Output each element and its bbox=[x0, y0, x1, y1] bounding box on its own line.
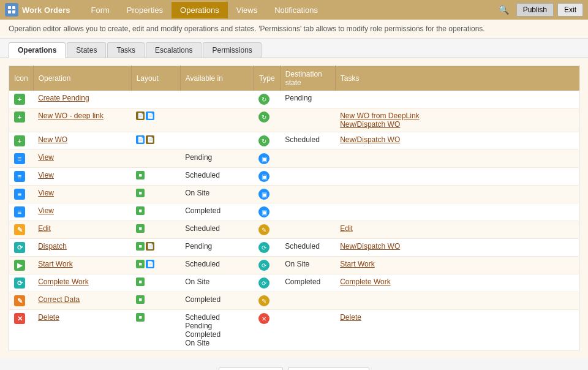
nav-form[interactable]: Form bbox=[83, 2, 118, 18]
cell-operation[interactable]: View bbox=[33, 186, 131, 203]
cell-layout: ■ bbox=[131, 203, 180, 221]
tab-permissions[interactable]: Permissions bbox=[203, 42, 261, 58]
nav-views[interactable]: Views bbox=[228, 2, 266, 18]
layout-icon: ■ bbox=[136, 295, 145, 304]
cell-operation[interactable]: New WO bbox=[33, 132, 131, 150]
operation-link[interactable]: Dispatch bbox=[38, 242, 67, 251]
operation-link[interactable]: Start Work bbox=[38, 260, 72, 268]
cell-destination: On Site bbox=[280, 257, 335, 274]
table-row: ≡View■Completed▣ bbox=[9, 203, 579, 221]
cell-destination bbox=[280, 150, 335, 168]
cell-tasks: Complete Work bbox=[335, 274, 579, 292]
blue-doc-icon: ≡ bbox=[14, 171, 25, 182]
reorder-operations-button[interactable]: Reorder operations bbox=[288, 367, 369, 370]
cell-type: ▣ bbox=[254, 150, 280, 168]
task-link[interactable]: Start Work bbox=[340, 260, 574, 268]
cell-operation[interactable]: Delete bbox=[33, 310, 131, 351]
tab-tasks[interactable]: Tasks bbox=[107, 42, 145, 58]
task-link[interactable]: Delete bbox=[340, 313, 574, 322]
cell-icon: ▶ bbox=[9, 257, 34, 274]
cell-destination: Scheduled bbox=[280, 132, 335, 150]
cell-icon: ✎ bbox=[9, 292, 34, 310]
cell-icon: ≡ bbox=[9, 150, 34, 168]
cell-type: ↻ bbox=[254, 132, 280, 150]
operation-link[interactable]: Correct Data bbox=[38, 295, 80, 304]
orange-edit-icon: ✎ bbox=[14, 224, 25, 235]
type-icon: ▣ bbox=[258, 171, 270, 182]
nav-properties[interactable]: Properties bbox=[118, 2, 172, 18]
exit-button[interactable]: Exit bbox=[557, 3, 583, 17]
orange-correct-icon: ✎ bbox=[14, 295, 25, 306]
logo-icon bbox=[5, 3, 18, 17]
type-icon: ✎ bbox=[258, 224, 270, 235]
search-button[interactable]: 🔍 bbox=[495, 4, 513, 16]
cell-operation[interactable]: View bbox=[33, 150, 131, 168]
task-link[interactable]: New WO from DeepLink bbox=[340, 111, 574, 120]
operation-link[interactable]: Edit bbox=[38, 224, 51, 233]
cell-type: ▣ bbox=[254, 203, 280, 221]
available-in-item: Pending bbox=[185, 322, 249, 330]
task-link[interactable]: Complete Work bbox=[340, 278, 574, 286]
operations-table: Icon Operation Layout Available in Type … bbox=[9, 66, 579, 351]
green-plus-icon: + bbox=[14, 111, 25, 123]
cell-type: ⟳ bbox=[254, 239, 280, 257]
tab-operations[interactable]: Operations bbox=[9, 42, 66, 58]
cell-layout: ■ bbox=[131, 221, 180, 239]
operation-link[interactable]: Delete bbox=[38, 313, 59, 322]
cell-operation[interactable]: Dispatch bbox=[33, 239, 131, 257]
operation-link[interactable]: View bbox=[38, 189, 54, 197]
cell-icon: ✕ bbox=[9, 310, 34, 351]
tab-escalations[interactable]: Escalations bbox=[146, 42, 202, 58]
cell-operation[interactable]: Start Work bbox=[33, 257, 131, 274]
nav-right: 🔍 Publish Exit bbox=[495, 3, 583, 17]
task-link[interactable]: New/Dispatch WO bbox=[340, 135, 574, 144]
publish-button[interactable]: Publish bbox=[516, 3, 554, 17]
nav-operations[interactable]: Operations bbox=[172, 2, 228, 18]
type-icon: ↻ bbox=[258, 111, 270, 123]
cell-operation[interactable]: Create Pending bbox=[33, 91, 131, 108]
cell-available bbox=[180, 91, 254, 108]
cell-icon: + bbox=[9, 91, 34, 108]
layout-icons-container: ■📄 bbox=[136, 260, 175, 268]
cell-tasks: New WO from DeepLinkNew/Dispatch WO bbox=[335, 108, 579, 132]
operation-link[interactable]: Complete Work bbox=[38, 278, 88, 286]
available-in-item: Completed bbox=[185, 330, 249, 339]
layout-icons-container: ■📄 bbox=[136, 242, 175, 251]
cell-operation[interactable]: New WO - deep link bbox=[33, 108, 131, 132]
cell-available: Pending bbox=[180, 150, 254, 168]
layout-icons-container: 📄📄 bbox=[136, 111, 175, 120]
nav-notifications[interactable]: Notifications bbox=[266, 2, 326, 18]
operation-link[interactable]: View bbox=[38, 171, 54, 179]
add-operation-button[interactable]: Add operation bbox=[219, 367, 283, 370]
operation-link[interactable]: View bbox=[38, 206, 54, 215]
layout-icons-container: ■ bbox=[136, 224, 175, 233]
operation-link[interactable]: View bbox=[38, 153, 54, 162]
layout-icon: ■ bbox=[136, 313, 145, 322]
layout-icons-container: 📄📄 bbox=[136, 135, 175, 144]
operation-link[interactable]: Create Pending bbox=[38, 94, 89, 102]
cell-operation[interactable]: View bbox=[33, 168, 131, 186]
cell-icon: ✎ bbox=[9, 221, 34, 239]
table-row: ⟳Complete Work■On Site⟳CompletedComplete… bbox=[9, 274, 579, 292]
cell-icon: ⟳ bbox=[9, 239, 34, 257]
operation-link[interactable]: New WO - deep link bbox=[38, 111, 104, 120]
task-link[interactable]: New/Dispatch WO bbox=[340, 242, 574, 251]
operation-link[interactable]: New WO bbox=[38, 135, 67, 144]
cell-icon: ⟳ bbox=[9, 274, 34, 292]
task-link[interactable]: Edit bbox=[340, 224, 574, 233]
cell-icon: ≡ bbox=[9, 186, 34, 203]
cell-operation[interactable]: View bbox=[33, 203, 131, 221]
cell-layout: 📄📄 bbox=[131, 108, 180, 132]
layout-icons-container: ■ bbox=[136, 295, 175, 304]
table-row: ✕Delete■ScheduledPendingCompletedOn Site… bbox=[9, 310, 579, 351]
cell-operation[interactable]: Correct Data bbox=[33, 292, 131, 310]
cell-destination bbox=[280, 292, 335, 310]
table-row: ✎Correct Data■Completed✎ bbox=[9, 292, 579, 310]
task-link[interactable]: New/Dispatch WO bbox=[340, 120, 574, 129]
cell-operation[interactable]: Edit bbox=[33, 221, 131, 239]
blue-doc-icon: ≡ bbox=[14, 189, 25, 200]
tab-states[interactable]: States bbox=[67, 42, 106, 58]
layout-icon: 📄 bbox=[136, 135, 145, 144]
cell-available bbox=[180, 108, 254, 132]
cell-operation[interactable]: Complete Work bbox=[33, 274, 131, 292]
